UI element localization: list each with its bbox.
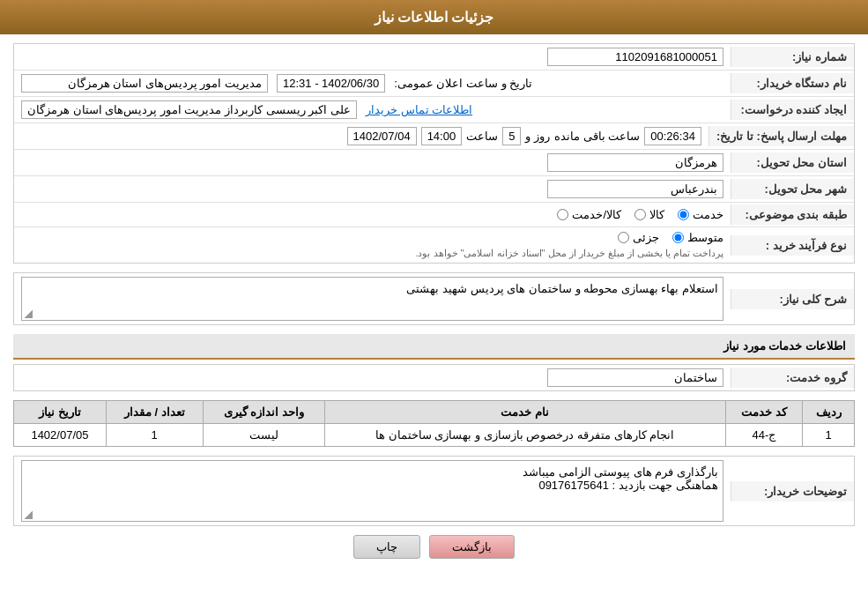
category-row: طبقه بندی موضوعی: خدمت کالا کالا/خدمت: [14, 203, 854, 227]
purchase-type-small-label: جزئی: [633, 231, 659, 244]
cell-unit: لیست: [203, 424, 324, 447]
purchase-type-medium[interactable]: متوسط: [672, 231, 723, 244]
buyer-notes-row: توضیحات خریدار: بارگذاری فرم های پیوستی …: [14, 457, 854, 525]
col-quantity: تعداد / مقدار: [106, 401, 203, 424]
resize-handle[interactable]: [24, 309, 33, 318]
creator-value-cell: اطلاعات تماس خریدار علی اکبر ریسسی کاربر…: [14, 97, 731, 123]
category-goods-label: کالا: [649, 208, 664, 221]
services-table: ردیف کد خدمت نام خدمت واحد اندازه گیری ت…: [13, 400, 855, 447]
services-section-title: اطلاعات خدمات مورد نیاز: [13, 334, 855, 360]
main-info-section: شماره نیاز: 1102091681000051 نام دستگاه …: [13, 43, 855, 264]
cell-service-code: ج-44: [725, 424, 803, 447]
category-option-goods[interactable]: کالا: [634, 208, 664, 221]
response-time-label: ساعت: [466, 130, 498, 143]
need-description-section: شرح کلی نیاز: استعلام بهاء بهسازی محوطه …: [13, 272, 855, 325]
cell-row-num: 1: [803, 424, 855, 447]
purchase-type-radio-group: متوسط جزئی: [21, 231, 723, 244]
province-row: استان محل تحویل: هرمزگان: [14, 150, 854, 176]
buyer-notes-box: بارگذاری فرم های پیوستی الزامی میباشد هم…: [21, 460, 723, 522]
remaining-label: ساعت باقی مانده: [554, 130, 640, 143]
table-row: 1 ج-44 انجام کارهای متفرقه درخصوص بازساز…: [14, 424, 855, 447]
purchase-type-label: نوع فرآیند خرید :: [731, 235, 854, 256]
need-number-value: 1102091681000051: [14, 44, 731, 70]
col-unit: واحد اندازه گیری: [203, 401, 324, 424]
category-goods-service-radio[interactable]: [557, 209, 568, 220]
response-date-row: مهلت ارسال پاسخ: تا تاریخ: 00:26:34 ساعت…: [14, 123, 854, 150]
category-value-cell: خدمت کالا کالا/خدمت: [14, 204, 731, 225]
need-number-row: شماره نیاز: 1102091681000051: [14, 44, 854, 71]
buyer-org-row: نام دستگاه خریدار: تاریخ و ساعت اعلان عم…: [14, 71, 854, 97]
buyer-notes-value-cell: بارگذاری فرم های پیوستی الزامی میباشد هم…: [14, 457, 731, 525]
service-group-section: گروه خدمت: ساختمان: [13, 364, 855, 391]
page-title: جزئیات اطلاعات نیاز: [0, 0, 868, 34]
services-table-body: 1 ج-44 انجام کارهای متفرقه درخصوص بازساز…: [14, 424, 855, 447]
need-description-text: استعلام بهاء بهسازی محوطه و ساختمان های …: [406, 282, 718, 295]
col-date: تاریخ نیاز: [14, 401, 107, 424]
category-service-radio[interactable]: [678, 209, 689, 220]
response-date-box: 1402/07/04: [347, 127, 417, 145]
category-label: طبقه بندی موضوعی:: [731, 204, 854, 225]
city-label: شهر محل تحویل:: [731, 179, 854, 199]
cell-service-name: انجام کارهای متفرقه درخصوص بازسازی و بهس…: [324, 424, 725, 447]
category-radio-group: خدمت کالا کالا/خدمت: [21, 208, 723, 221]
response-day-label: روز و: [525, 130, 550, 143]
service-group-value-cell: ساختمان: [14, 365, 731, 390]
need-number-label: شماره نیاز:: [731, 47, 854, 67]
contact-link[interactable]: اطلاعات تماس خریدار: [366, 103, 472, 116]
buyer-notes-line2: هماهنگی جهت بازدید : 09176175641: [26, 479, 718, 492]
buyer-notes-section: توضیحات خریدار: بارگذاری فرم های پیوستی …: [13, 456, 855, 526]
province-value-cell: هرمزگان: [14, 150, 731, 175]
service-group-row: گروه خدمت: ساختمان: [14, 365, 854, 390]
response-time-box: 14:00: [421, 127, 463, 145]
services-table-header-row: ردیف کد خدمت نام خدمت واحد اندازه گیری ت…: [14, 401, 855, 424]
response-date-label: مهلت ارسال پاسخ: تا تاریخ:: [708, 126, 854, 146]
purchase-type-small-radio[interactable]: [618, 232, 629, 243]
category-option-goods-service[interactable]: کالا/خدمت: [557, 208, 621, 221]
purchase-type-small[interactable]: جزئی: [618, 231, 659, 244]
response-days-box: 5: [502, 127, 521, 145]
need-description-box: استعلام بهاء بهسازی محوطه و ساختمان های …: [21, 277, 723, 321]
buyer-notes-line1: بارگذاری فرم های پیوستی الزامی میباشد: [26, 465, 718, 479]
creator-row: ایجاد کننده درخواست: اطلاعات تماس خریدار…: [14, 97, 854, 123]
response-date-value-cell: 00:26:34 ساعت باقی مانده روز و 5 ساعت 14…: [14, 123, 708, 149]
category-option-service[interactable]: خدمت: [678, 208, 723, 221]
purchase-type-value-cell: متوسط جزئی پرداخت تمام یا بخشی از مبلغ خ…: [14, 227, 731, 263]
purchase-type-medium-label: متوسط: [687, 231, 723, 244]
purchase-note: پرداخت تمام یا بخشی از مبلغ خریدار از مح…: [21, 248, 723, 259]
city-value-cell: بندرعباس: [14, 176, 731, 202]
announcement-value: 1402/06/30 - 12:31: [277, 74, 385, 93]
back-button[interactable]: بازگشت: [429, 535, 515, 559]
purchase-type-medium-radio[interactable]: [672, 232, 684, 243]
announcement-label: تاریخ و ساعت اعلان عمومی:: [394, 77, 532, 90]
province-label: استان محل تحویل:: [731, 152, 854, 173]
city-row: شهر محل تحویل: بندرعباس: [14, 176, 854, 203]
need-description-label: شرح کلی نیاز:: [731, 289, 854, 309]
need-description-value-cell: استعلام بهاء بهسازی محوطه و ساختمان های …: [14, 273, 731, 324]
need-description-row: شرح کلی نیاز: استعلام بهاء بهسازی محوطه …: [14, 273, 854, 324]
remaining-time-box: 00:26:34: [644, 127, 701, 145]
need-number-box: 1102091681000051: [547, 48, 723, 66]
cell-quantity: 1: [106, 424, 203, 447]
creator-label: ایجاد کننده درخواست:: [731, 100, 854, 120]
cell-date: 1402/07/05: [14, 424, 107, 447]
province-value: هرمزگان: [547, 153, 723, 172]
category-goods-service-label: کالا/خدمت: [572, 208, 621, 221]
resize-handle-notes[interactable]: [24, 510, 33, 519]
services-table-head: ردیف کد خدمت نام خدمت واحد اندازه گیری ت…: [14, 401, 855, 424]
purchase-type-row: نوع فرآیند خرید : متوسط جزئی: [14, 227, 854, 263]
buyer-org-label: نام دستگاه خریدار:: [731, 73, 854, 93]
city-value: بندرعباس: [547, 180, 723, 198]
print-button[interactable]: چاپ: [353, 535, 420, 559]
col-service-code: کد خدمت: [725, 401, 803, 424]
service-group-value: ساختمان: [547, 368, 723, 387]
buyer-notes-label: توضیحات خریدار:: [731, 481, 854, 501]
col-row-num: ردیف: [803, 401, 855, 424]
col-service-name: نام خدمت: [324, 401, 725, 424]
buyer-org-value-cell: تاریخ و ساعت اعلان عمومی: 1402/06/30 - 1…: [14, 71, 731, 96]
category-goods-radio[interactable]: [634, 209, 646, 220]
buyer-org-value: مدیریت امور پردیس‌های استان هرمزگان: [21, 74, 268, 93]
creator-value: علی اکبر ریسسی کاربرداز مدیریت امور پردی…: [21, 100, 357, 119]
category-service-label: خدمت: [693, 208, 723, 221]
service-group-label: گروه خدمت:: [731, 368, 854, 388]
button-row: بازگشت چاپ: [13, 535, 855, 559]
